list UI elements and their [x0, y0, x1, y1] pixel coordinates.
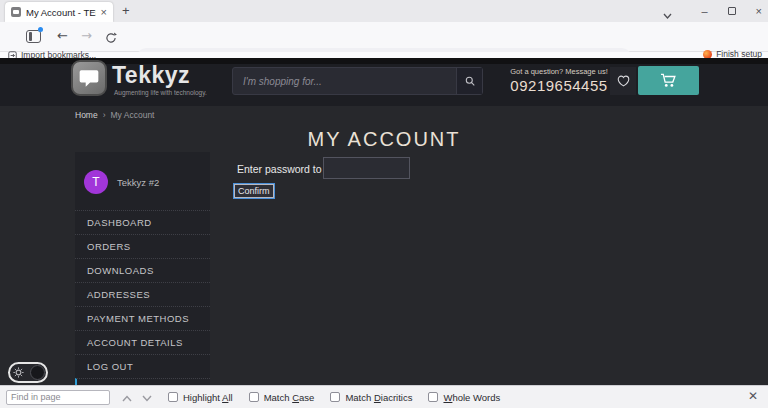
sidebar-item-addresses[interactable]: ADDRESSES	[75, 282, 210, 306]
find-next-button[interactable]	[142, 388, 152, 406]
whole-words-label: Whole Words	[443, 392, 500, 403]
whole-words-option[interactable]: Whole Words	[428, 392, 500, 403]
sidebar-item-account-details[interactable]: ACCOUNT DETAILS	[75, 330, 210, 354]
contact-block: Got a question? Message us! 09219654455	[500, 67, 618, 94]
find-navigation	[122, 388, 152, 406]
shop-search	[232, 67, 483, 95]
match-diacritics-label: Match Diacritics	[345, 392, 412, 403]
wishlist-button[interactable]	[610, 67, 636, 95]
page-title: MY ACCOUNT	[0, 128, 768, 151]
account-sidebar: T Tekkyz #2 DASHBOARD ORDERS DOWNLOADS A…	[75, 152, 210, 386]
maximize-button[interactable]	[728, 7, 736, 15]
sidebar-item-downloads[interactable]: DOWNLOADS	[75, 258, 210, 282]
breadcrumb: Home › My Account	[75, 110, 154, 120]
username: Tekkyz #2	[117, 177, 159, 188]
back-button[interactable]: ←	[57, 28, 68, 43]
search-submit-button[interactable]	[456, 68, 482, 94]
site-logo-icon[interactable]	[71, 60, 107, 96]
sidebar-item-log-out[interactable]: LOG OUT	[75, 354, 210, 378]
cart-icon	[660, 73, 677, 88]
heart-icon	[617, 75, 630, 87]
password-confirm-input[interactable]	[323, 157, 410, 179]
contact-phone: 09219654455	[500, 77, 618, 94]
find-options: Highlight All Match Case Match Diacritic…	[168, 392, 500, 403]
breadcrumb-current: My Account	[111, 110, 155, 120]
contact-question: Got a question? Message us!	[500, 67, 618, 76]
site-logo-text[interactable]: Tekkyz	[112, 62, 190, 89]
confirm-button[interactable]: Confirm	[234, 184, 274, 198]
highlight-all-option[interactable]: Highlight All	[168, 392, 233, 403]
site-favicon-icon	[11, 7, 21, 17]
sidebar-item-payment-methods[interactable]: PAYMENT METHODS	[75, 306, 210, 330]
site-tagline: Augmenting life with technology.	[114, 89, 207, 96]
reload-button[interactable]	[105, 30, 117, 48]
minimize-button[interactable]: –	[701, 6, 707, 17]
tab-title: My Account - TEKKYZ	[26, 7, 96, 18]
sun-icon	[13, 364, 24, 382]
breadcrumb-separator: ›	[103, 110, 106, 120]
account-summary: T Tekkyz #2	[75, 152, 210, 210]
notification-dot	[38, 27, 43, 32]
search-icon	[465, 76, 475, 86]
window-controls: – ×	[701, 0, 762, 22]
match-case-option[interactable]: Match Case	[249, 392, 315, 403]
cart-button[interactable]	[638, 66, 699, 95]
highlight-all-label: Highlight All	[183, 392, 233, 403]
tab-list-chevron-icon[interactable]	[663, 5, 672, 23]
find-in-page-input[interactable]	[6, 390, 110, 405]
browser-window: My Account - TEKKYZ × + – × ← →	[0, 0, 768, 408]
breadcrumb-home-link[interactable]: Home	[75, 110, 98, 120]
forward-button[interactable]: →	[81, 28, 92, 43]
tab-close-icon[interactable]: ×	[101, 7, 107, 18]
window-close-button[interactable]: ×	[756, 6, 762, 17]
toggle-knob	[30, 365, 45, 380]
match-case-label: Match Case	[264, 392, 315, 403]
match-diacritics-option[interactable]: Match Diacritics	[330, 392, 412, 403]
sidebar-item-orders[interactable]: ORDERS	[75, 234, 210, 258]
firefox-view-icon[interactable]	[26, 30, 41, 43]
match-case-checkbox[interactable]	[249, 392, 259, 402]
dark-mode-toggle[interactable]	[8, 362, 48, 383]
tab-bar: My Account - TEKKYZ × + – ×	[0, 0, 768, 22]
whole-words-checkbox[interactable]	[428, 392, 438, 402]
avatar: T	[84, 170, 108, 194]
find-bar: Highlight All Match Case Match Diacritic…	[0, 385, 768, 408]
find-close-icon[interactable]: ✕	[748, 389, 758, 403]
match-diacritics-checkbox[interactable]	[330, 392, 340, 402]
browser-tab[interactable]: My Account - TEKKYZ ×	[5, 2, 113, 22]
highlight-all-checkbox[interactable]	[168, 392, 178, 402]
find-previous-button[interactable]	[122, 388, 132, 406]
sidebar-item-dashboard[interactable]: DASHBOARD	[75, 210, 210, 234]
browser-toolbar: ← → tekkyz.com/my-account/wpf-delete-acc…	[0, 22, 768, 52]
shop-search-input[interactable]	[233, 68, 456, 94]
new-tab-button[interactable]: +	[122, 3, 130, 18]
